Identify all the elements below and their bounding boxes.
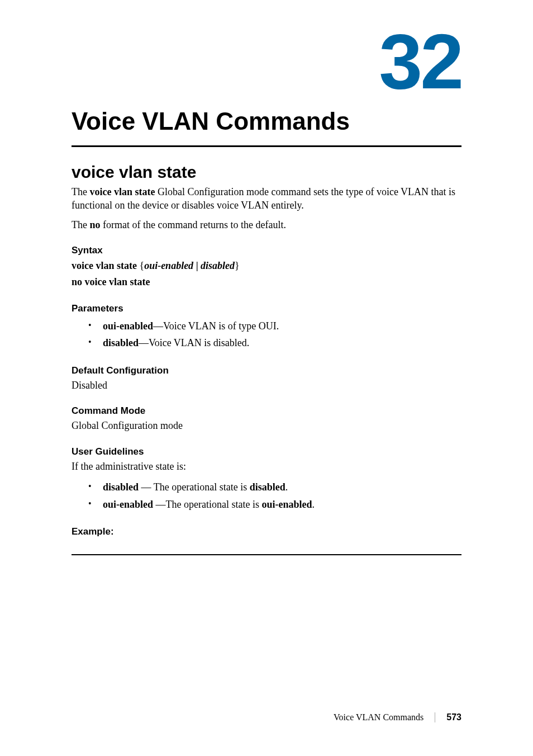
- syntax-param: disabled: [201, 260, 235, 271]
- state-name: oui-enabled: [103, 499, 153, 510]
- footer-divider: [435, 712, 435, 722]
- syntax-param: oui-enabled: [144, 260, 193, 271]
- list-item: disabled — The operational state is disa…: [72, 479, 461, 496]
- section-title: voice vlan state: [72, 163, 461, 182]
- param-name: oui-enabled: [103, 320, 153, 332]
- syntax-heading: Syntax: [72, 245, 461, 256]
- command-no: no: [89, 219, 100, 230]
- text: .: [285, 481, 288, 493]
- syntax-brace: {: [139, 260, 144, 271]
- syntax-line-2: no voice vlan state: [72, 275, 461, 290]
- intro-paragraph-1: The voice vlan state Global Configuratio…: [72, 185, 461, 212]
- state-name: disabled: [103, 481, 139, 493]
- parameters-heading: Parameters: [72, 303, 461, 314]
- text: — The operational state is: [139, 481, 250, 493]
- chapter-number: 32: [72, 22, 461, 101]
- example-heading: Example:: [72, 526, 461, 537]
- text: The: [72, 219, 89, 230]
- command-mode-text: Global Configuration mode: [72, 419, 461, 432]
- chapter-title: Voice VLAN Commands: [72, 107, 461, 135]
- list-item: oui-enabled—Voice VLAN is of type OUI.: [72, 318, 461, 335]
- text: The: [72, 186, 89, 197]
- param-desc: —Voice VLAN is of type OUI.: [153, 320, 279, 332]
- state-name: oui-enabled: [261, 499, 312, 510]
- parameters-list: oui-enabled—Voice VLAN is of type OUI. d…: [72, 318, 461, 352]
- default-config-text: Disabled: [72, 379, 461, 392]
- syntax-pipe: |: [193, 260, 201, 271]
- divider-rule: [72, 145, 461, 147]
- user-guidelines-intro: If the administrative state is:: [72, 460, 461, 473]
- text: —The operational state is: [153, 499, 261, 510]
- state-name: disabled: [250, 481, 285, 493]
- syntax-cmd: voice vlan state: [72, 260, 139, 271]
- intro-paragraph-2: The no format of the command returns to …: [72, 218, 461, 231]
- param-name: disabled: [103, 337, 139, 348]
- command-name: voice vlan state: [89, 186, 155, 197]
- syntax-line-1: voice vlan state {oui-enabled | disabled…: [72, 258, 461, 273]
- syntax-brace: }: [235, 260, 240, 271]
- text: .: [312, 499, 315, 510]
- user-guidelines-list: disabled — The operational state is disa…: [72, 479, 461, 513]
- text: format of the command returns to the def…: [101, 219, 286, 230]
- bottom-rule: [72, 554, 461, 555]
- user-guidelines-heading: User Guidelines: [72, 446, 461, 457]
- command-mode-heading: Command Mode: [72, 405, 461, 417]
- default-config-heading: Default Configuration: [72, 365, 461, 376]
- footer-page-number: 573: [446, 712, 461, 722]
- list-item: disabled—Voice VLAN is disabled.: [72, 334, 461, 352]
- list-item: oui-enabled —The operational state is ou…: [72, 496, 461, 513]
- param-desc: —Voice VLAN is disabled.: [139, 337, 249, 348]
- footer: Voice VLAN Commands 573: [72, 712, 461, 722]
- footer-title: Voice VLAN Commands: [334, 712, 423, 722]
